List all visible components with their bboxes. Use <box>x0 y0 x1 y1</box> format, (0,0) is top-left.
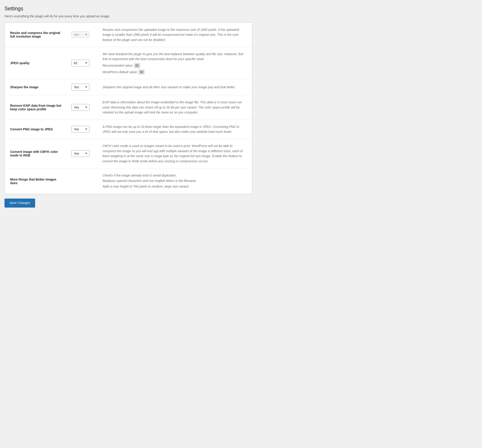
settings-row-jpeg-quality: JPEG quality62We have tweaked the plugin… <box>5 47 252 79</box>
settings-row-more-things: More things that Better Images doesCheck… <box>5 168 252 194</box>
row-description-convert-png-jpeg: A PNG image can be up to 20 times larger… <box>97 120 252 139</box>
recommended-value-line: Recommended value: 62 <box>103 63 247 68</box>
default-value-line: WordPress default value: 82 <box>103 70 247 75</box>
description-line: Checks if the image already exist to avo… <box>103 173 247 178</box>
row-label-resize-compress: Resize and compress the original full re… <box>5 23 68 47</box>
row-control-jpeg-quality[interactable]: 62 <box>68 47 97 79</box>
settings-table: Resize and compress the original full re… <box>5 23 252 194</box>
description-line: Adds a max height of 768 pixels to mediu… <box>103 184 247 189</box>
select-convert-png-jpeg[interactable]: YesNo <box>71 126 89 133</box>
row-control-convert-png-jpeg[interactable]: YesNo <box>68 120 97 139</box>
select-sharpen-image[interactable]: YesNo <box>71 84 89 91</box>
row-label-sharpen-image: Sharpen the image <box>5 79 68 95</box>
recommended-badge: 62 <box>134 63 140 68</box>
settings-row-convert-png-jpeg: Convert PNG image to JPEGYesNoA PNG imag… <box>5 120 252 139</box>
settings-row-sharpen-image: Sharpen the imageYesNoSharpens the origi… <box>5 79 252 95</box>
recommended-label: Recommended value: <box>103 63 133 68</box>
row-description-resize-compress: Resizes and compresses the uploaded imag… <box>97 23 252 47</box>
settings-row-remove-exif: Remove EXIF data from image but keep col… <box>5 95 252 119</box>
row-control-sharpen-image[interactable]: YesNo <box>68 79 97 95</box>
description-line: Replaces special characters and non engl… <box>103 178 247 183</box>
row-description-convert-cmyk-rgb: CMYK color mode is used on images meant … <box>97 139 252 168</box>
row-label-jpeg-quality: JPEG quality <box>5 47 68 79</box>
page-title: Settings <box>5 5 252 12</box>
row-description-sharpen-image: Sharpens the original image and all othe… <box>97 79 252 95</box>
row-control-convert-cmyk-rgb[interactable]: YesNo <box>68 139 97 168</box>
row-label-more-things: More things that Better Images does <box>5 168 68 194</box>
select-resize-compress[interactable]: YesNo <box>71 31 89 38</box>
row-control-more-things <box>68 168 97 194</box>
select-remove-exif[interactable]: YesNo <box>71 104 89 111</box>
page-subtitle: Here's everything the plugin will do for… <box>5 14 252 18</box>
row-label-convert-cmyk-rgb: Convert image with CMYK color mode to RG… <box>5 139 68 168</box>
row-description-more-things: Checks if the image already exist to avo… <box>97 168 252 194</box>
default-label: WordPress default value: <box>103 70 138 75</box>
row-control-resize-compress[interactable]: YesNo <box>68 23 97 47</box>
row-label-remove-exif: Remove EXIF data from image but keep col… <box>5 95 68 119</box>
settings-row-convert-cmyk-rgb: Convert image with CMYK color mode to RG… <box>5 139 252 168</box>
save-changes-button[interactable]: Save Changes <box>5 199 35 208</box>
row-control-remove-exif[interactable]: YesNo <box>68 95 97 119</box>
row-description-jpeg-quality: We have tweaked the plugin to give you t… <box>97 47 252 79</box>
select-jpeg-quality[interactable]: 62 <box>71 60 89 66</box>
row-description-remove-exif: EXIF data is information about the image… <box>97 95 252 119</box>
select-convert-cmyk-rgb[interactable]: YesNo <box>71 150 89 157</box>
settings-row-resize-compress: Resize and compress the original full re… <box>5 23 252 47</box>
row-label-convert-png-jpeg: Convert PNG image to JPEG <box>5 120 68 139</box>
default-badge: 82 <box>138 70 144 75</box>
